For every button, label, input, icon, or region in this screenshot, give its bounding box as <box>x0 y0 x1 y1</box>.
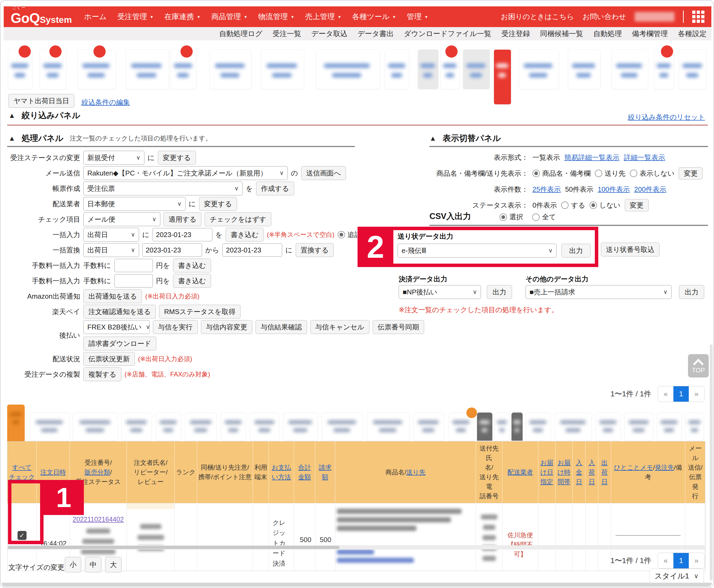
marketplace-tab[interactable] <box>221 413 246 441</box>
nav-item[interactable]: 売上管理▼ <box>305 12 341 22</box>
button[interactable]: 出荷通知を送る <box>83 289 142 303</box>
select[interactable]: 出荷日∨ <box>83 243 139 257</box>
style-select[interactable]: スタイル1∨ <box>649 569 704 584</box>
status-tab[interactable] <box>441 49 460 89</box>
help-link[interactable]: お困りのときはこちら <box>501 12 574 21</box>
edit-filter-link[interactable]: 絞込条件の編集 <box>82 98 130 107</box>
status-tab[interactable] <box>261 49 304 89</box>
nav-item[interactable]: 商品管理▼ <box>211 12 248 22</box>
button[interactable]: 与信を実行 <box>153 320 198 334</box>
other-format-select[interactable]: ■売上一括請求∨ <box>526 285 672 299</box>
column-sort-link[interactable]: 出 <box>602 459 608 466</box>
column-sort-link[interactable]: お届 <box>558 459 571 466</box>
vertical-scrollbar[interactable] <box>710 344 713 581</box>
display-panel-header[interactable]: ▲ 表示切替パネル <box>429 133 501 144</box>
column-sort-link[interactable]: 入 <box>589 459 595 466</box>
select[interactable]: メール便∨ <box>83 212 160 226</box>
button[interactable]: 変更 <box>679 167 702 180</box>
marketplace-tab[interactable] <box>322 413 363 441</box>
button[interactable]: 与信内容変更 <box>201 320 252 334</box>
link[interactable]: 詳細一覧表示 <box>624 153 665 162</box>
marketplace-tab[interactable] <box>185 413 217 441</box>
status-tab[interactable] <box>654 49 674 89</box>
status-tab[interactable] <box>170 49 196 89</box>
status-tab[interactable] <box>316 49 380 89</box>
marketplace-tab[interactable] <box>121 413 152 441</box>
button[interactable]: 書き込む <box>173 274 211 288</box>
status-tab[interactable] <box>568 49 601 89</box>
column-sort-link[interactable]: お支払 <box>272 464 291 471</box>
contact-link[interactable]: お問い合わせ <box>582 12 626 21</box>
marketplace-tab[interactable] <box>7 404 25 441</box>
column-sort-link[interactable]: け時 <box>558 468 571 476</box>
payment-output-button[interactable]: 出力 <box>487 285 512 299</box>
marketplace-tab[interactable] <box>685 413 704 441</box>
other-output-button[interactable]: 出力 <box>679 285 704 299</box>
marketplace-tab[interactable] <box>526 413 551 441</box>
row-checkbox[interactable]: ✓ <box>18 531 26 540</box>
status-tab[interactable] <box>78 49 116 89</box>
status-tab[interactable] <box>418 49 439 89</box>
shipping-output-button[interactable]: 出力 <box>561 244 591 257</box>
nav-item[interactable]: 在庫連携▼ <box>164 12 201 22</box>
next-page-button[interactable]: » <box>689 386 704 402</box>
filter-reset-link[interactable]: 絞り込み条件のリセット <box>628 112 705 122</box>
column-sort-link[interactable]: 額 <box>322 473 328 481</box>
button[interactable]: 伝票番号同期 <box>373 320 424 334</box>
text-input[interactable]: 2023-01-23 <box>223 244 282 257</box>
column-sort-link[interactable]: 販売分類 <box>85 468 110 476</box>
button[interactable]: 書き込む <box>226 228 264 241</box>
select[interactable]: Rakuten◆【PC・モバイル】ご注文承諾メール（新規用）∨ <box>83 166 288 180</box>
column-sort-link[interactable]: 荷 <box>589 468 595 476</box>
status-tab[interactable] <box>40 49 66 89</box>
next-page-button[interactable]: » <box>689 553 704 568</box>
nav-item[interactable]: 物流管理▼ <box>258 12 295 22</box>
select[interactable]: 受注伝票∨ <box>83 182 243 195</box>
button[interactable]: 送信画面へ <box>301 166 346 180</box>
fontsize-medium-button[interactable]: 中 <box>85 557 101 572</box>
status-tab[interactable] <box>463 49 490 89</box>
column-sort-link[interactable]: 金 <box>576 468 582 476</box>
link[interactable]: 200件表示 <box>634 185 666 194</box>
column-sort-link[interactable]: 配送業者 <box>507 468 533 476</box>
status-tab[interactable] <box>679 49 707 89</box>
column-sort-link[interactable]: すべて <box>12 464 32 471</box>
radio-option[interactable]: 表示しない <box>630 169 675 178</box>
button[interactable]: 書き込む <box>173 258 211 272</box>
subnav-item[interactable]: 自動処理ログ <box>219 29 262 39</box>
scroll-to-top-button[interactable]: TOP <box>688 354 709 377</box>
marketplace-tab[interactable] <box>30 413 69 441</box>
text-input[interactable] <box>114 259 153 272</box>
payment-format-select[interactable]: ■NP後払い∨ <box>399 285 481 299</box>
text-input[interactable]: 2023-01-23 <box>142 244 202 257</box>
status-tab[interactable] <box>519 49 559 89</box>
column-sort-link[interactable]: 請求 <box>319 464 332 471</box>
button[interactable]: 変更 <box>625 199 649 211</box>
button[interactable]: チェックをはずす <box>205 212 271 226</box>
radio-option[interactable]: 商品名・備考欄 <box>532 169 591 178</box>
marketplace-tab[interactable] <box>624 413 653 441</box>
marketplace-tab[interactable] <box>477 413 492 441</box>
button[interactable]: 注文確認通知を送る <box>83 305 156 318</box>
button[interactable]: 変更する <box>199 197 237 211</box>
scrollbar-thumb[interactable] <box>8 546 339 549</box>
marketplace-tab[interactable] <box>283 413 318 441</box>
nav-item[interactable]: 各種ツール▼ <box>352 12 396 22</box>
status-tab[interactable] <box>126 49 169 89</box>
column-sort-link[interactable]: 合計 <box>298 464 311 471</box>
column-sort-link[interactable]: 金額 <box>298 473 311 481</box>
apps-grid-icon[interactable] <box>692 10 705 23</box>
bottom-scrollbar-track[interactable] <box>2 583 712 587</box>
marketplace-tab[interactable] <box>595 413 621 441</box>
radio-option[interactable]: しない <box>589 201 621 210</box>
column-sort-link[interactable]: 間帯 <box>558 478 570 485</box>
column-sort-link[interactable]: 指定 <box>540 478 553 485</box>
column-sort-link[interactable]: 送り先 <box>406 468 426 476</box>
marketplace-tab[interactable] <box>73 413 118 441</box>
marketplace-tab[interactable] <box>250 413 279 441</box>
button[interactable]: 複製する <box>83 368 121 381</box>
select[interactable]: 新規受付∨ <box>83 151 144 165</box>
text-input[interactable] <box>114 274 153 288</box>
current-page-button[interactable]: 1 <box>673 386 689 402</box>
subnav-item[interactable]: 受注一覧 <box>273 29 301 39</box>
